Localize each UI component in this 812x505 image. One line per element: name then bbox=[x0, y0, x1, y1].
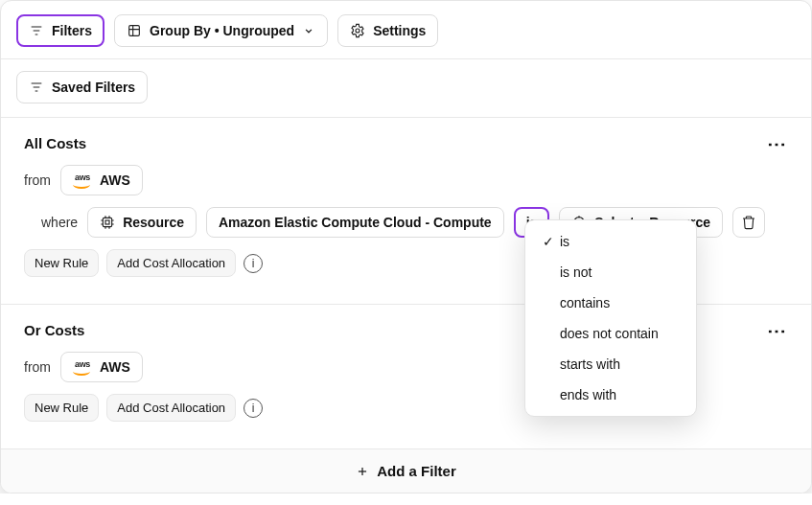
more-menu-button[interactable]: ⋯ bbox=[767, 138, 788, 149]
aws-icon: aws bbox=[73, 173, 92, 188]
provider-chip[interactable]: aws AWS bbox=[60, 352, 143, 382]
filter-icon bbox=[29, 80, 44, 95]
operator-option-label: is bbox=[560, 234, 569, 249]
filter-title: Or Costs bbox=[24, 322, 84, 338]
groupby-label: Group By • Ungrouped bbox=[150, 22, 294, 39]
svg-point-6 bbox=[356, 29, 360, 33]
trash-icon bbox=[741, 215, 756, 230]
value-label: Amazon Elastic Compute Cloud - Compute bbox=[219, 215, 492, 230]
info-icon[interactable]: i bbox=[244, 399, 263, 418]
filter-block: All Costs ⋯ from aws AWS where bbox=[1, 117, 811, 304]
chevron-down-icon bbox=[302, 24, 315, 37]
add-cost-allocation-label: Add Cost Allocation bbox=[117, 256, 225, 270]
saved-filters-button[interactable]: Saved Filters bbox=[16, 71, 148, 103]
new-rule-label: New Rule bbox=[35, 401, 88, 415]
operator-dropdown: ✓ is is not contains does not contain st… bbox=[524, 219, 697, 417]
check-icon: ✓ bbox=[543, 234, 560, 249]
new-rule-label: New Rule bbox=[35, 256, 88, 270]
from-label: from bbox=[24, 359, 51, 375]
add-filter-label: Add a Filter bbox=[377, 463, 456, 479]
new-rule-button[interactable]: New Rule bbox=[24, 249, 99, 277]
filter-title: All Costs bbox=[24, 135, 86, 151]
svg-rect-11 bbox=[105, 220, 109, 224]
svg-rect-10 bbox=[103, 218, 111, 226]
info-icon[interactable]: i bbox=[244, 254, 263, 273]
filters-label: Filters bbox=[52, 22, 92, 39]
top-toolbar: Filters Group By • Ungrouped Settings bbox=[1, 1, 811, 59]
resource-icon bbox=[100, 215, 115, 230]
provider-label: AWS bbox=[100, 172, 130, 188]
value-chip[interactable]: Amazon Elastic Compute Cloud - Compute bbox=[206, 207, 504, 238]
operator-option-contains[interactable]: contains bbox=[525, 287, 696, 318]
operator-option-label: does not contain bbox=[560, 326, 659, 341]
gear-icon bbox=[350, 23, 365, 38]
more-menu-button[interactable]: ⋯ bbox=[767, 325, 788, 336]
operator-option-label: contains bbox=[560, 295, 610, 310]
groupby-icon bbox=[127, 23, 142, 38]
delete-rule-button[interactable] bbox=[732, 207, 765, 238]
operator-option-ends-with[interactable]: ends with bbox=[525, 379, 696, 410]
operator-option-is-not[interactable]: is not bbox=[525, 257, 696, 287]
filter-icon bbox=[29, 23, 44, 38]
sub-toolbar: Saved Filters bbox=[1, 59, 811, 117]
operator-option-does-not-contain[interactable]: does not contain bbox=[525, 318, 696, 349]
from-label: from bbox=[24, 172, 51, 188]
svg-rect-3 bbox=[129, 26, 140, 36]
operator-option-label: ends with bbox=[560, 387, 616, 402]
attribute-label: Resource bbox=[123, 215, 184, 230]
add-cost-allocation-button[interactable]: Add Cost Allocation bbox=[106, 394, 236, 422]
settings-label: Settings bbox=[373, 22, 426, 39]
new-rule-button[interactable]: New Rule bbox=[24, 394, 99, 422]
operator-option-starts-with[interactable]: starts with bbox=[525, 349, 696, 379]
saved-filters-label: Saved Filters bbox=[52, 79, 135, 96]
attribute-chip[interactable]: Resource bbox=[87, 207, 197, 238]
plus-icon bbox=[356, 465, 369, 478]
where-label: where bbox=[41, 215, 78, 230]
operator-option-is[interactable]: ✓ is bbox=[525, 226, 696, 257]
settings-button[interactable]: Settings bbox=[337, 14, 438, 47]
add-cost-allocation-button[interactable]: Add Cost Allocation bbox=[106, 249, 236, 277]
add-filter-button[interactable]: Add a Filter bbox=[1, 448, 811, 493]
add-cost-allocation-label: Add Cost Allocation bbox=[117, 401, 225, 415]
groupby-button[interactable]: Group By • Ungrouped bbox=[114, 14, 328, 47]
operator-option-label: is not bbox=[560, 264, 592, 280]
operator-option-label: starts with bbox=[560, 356, 620, 372]
aws-icon: aws bbox=[73, 360, 92, 375]
provider-label: AWS bbox=[100, 359, 130, 375]
filters-button[interactable]: Filters bbox=[16, 14, 104, 47]
provider-chip[interactable]: aws AWS bbox=[60, 165, 143, 195]
